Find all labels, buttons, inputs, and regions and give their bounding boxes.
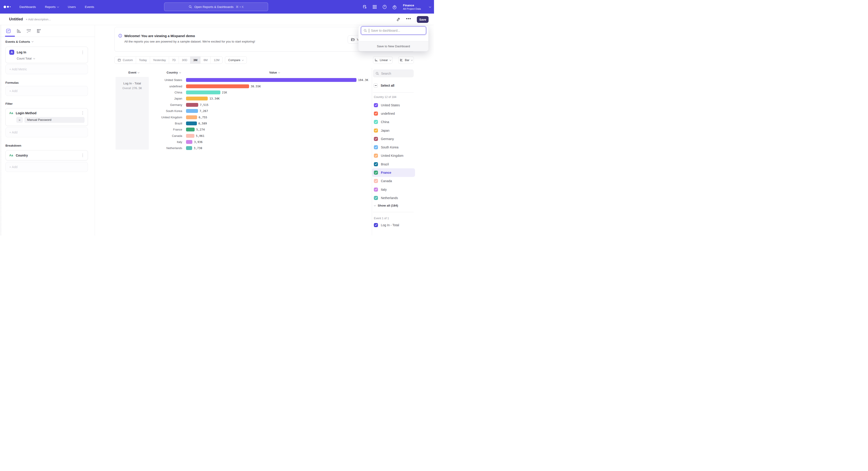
add-breakdown-button[interactable]: + Add xyxy=(5,162,88,172)
add-filter-button[interactable]: + Add xyxy=(5,127,88,137)
date-range-today[interactable]: Today xyxy=(136,57,150,64)
country-option-united-states[interactable]: United States xyxy=(372,101,415,109)
date-range-label: 12M xyxy=(214,58,219,62)
report-title[interactable]: Untitled xyxy=(9,17,23,21)
breakdown-card[interactable]: Aa Country ⋮ xyxy=(5,150,88,160)
copy-link-icon[interactable] xyxy=(396,17,400,22)
add-metric-button[interactable]: + Add Metric xyxy=(5,64,88,74)
tab-retention[interactable] xyxy=(36,29,41,33)
project-chevron-down-icon[interactable] xyxy=(429,5,431,8)
country-option-japan[interactable]: Japan xyxy=(372,126,415,135)
checked-checkbox-icon[interactable] xyxy=(374,171,378,175)
date-range-yesterday[interactable]: Yesterday xyxy=(150,57,169,64)
country-option-france[interactable]: France xyxy=(372,168,415,177)
checked-checkbox-icon[interactable] xyxy=(374,154,378,158)
metric-event-name[interactable]: Log In xyxy=(17,51,26,54)
checked-checkbox-icon[interactable] xyxy=(374,162,378,166)
checked-checkbox-icon[interactable] xyxy=(374,145,378,149)
tab-insights[interactable] xyxy=(6,29,11,33)
compare-button[interactable]: Compare xyxy=(225,56,247,64)
bar-segment[interactable] xyxy=(186,78,356,82)
date-range-label: 7D xyxy=(172,58,176,62)
data-gear-icon[interactable] xyxy=(362,4,367,9)
filter-property-name[interactable]: Login Method xyxy=(16,111,37,115)
save-button[interactable]: Save xyxy=(417,16,429,23)
metric-kebab-icon[interactable]: ⋮ xyxy=(81,51,85,54)
country-option-china[interactable]: China xyxy=(372,118,415,126)
country-option-canada[interactable]: Canada xyxy=(372,177,415,185)
checked-checkbox-icon[interactable] xyxy=(374,179,378,183)
panel-search-input[interactable]: Search xyxy=(373,69,414,77)
event-column-header[interactable]: Event xyxy=(128,71,139,74)
checked-checkbox-icon[interactable] xyxy=(374,137,378,141)
date-range-custom[interactable]: Custom xyxy=(115,57,136,64)
value-column-header[interactable]: Value xyxy=(269,71,280,74)
scale-selector-button[interactable]: Linear xyxy=(373,56,393,64)
country-option-label: Germany xyxy=(381,137,394,141)
date-range-30d[interactable]: 30D xyxy=(179,57,190,64)
filter-operator[interactable]: = xyxy=(16,117,23,123)
event-option-log-in---total[interactable]: Log In - Total xyxy=(372,221,415,229)
tab-funnels[interactable] xyxy=(16,29,21,33)
country-option-netherlands[interactable]: Netherlands xyxy=(372,194,415,202)
breakdown-kebab-icon[interactable]: ⋮ xyxy=(81,153,85,157)
chart-type-button[interactable]: Bar xyxy=(398,56,414,64)
tab-flows[interactable] xyxy=(26,29,31,33)
global-search-input[interactable]: Open Reports & Dashboards ⌘ + K xyxy=(164,2,268,11)
bar-segment[interactable] xyxy=(186,115,197,119)
checked-checkbox-icon[interactable] xyxy=(374,120,378,124)
metric-card[interactable]: A Log In ⋮ Count Total xyxy=(5,47,88,63)
report-description-placeholder[interactable]: + Add description... xyxy=(26,18,51,21)
country-column-header[interactable]: Country xyxy=(166,71,181,74)
apps-grid-icon[interactable] xyxy=(372,4,377,9)
bar-segment[interactable] xyxy=(186,109,198,113)
bar-segment[interactable] xyxy=(186,140,192,144)
metric-aggregation[interactable]: Count Total xyxy=(17,57,85,60)
date-range-12m[interactable]: 12M xyxy=(211,57,222,64)
checked-checkbox-icon[interactable] xyxy=(374,223,378,227)
country-option-germany[interactable]: Germany xyxy=(372,135,415,143)
nav-item-events[interactable]: Events xyxy=(85,5,94,8)
bar-segment[interactable] xyxy=(186,134,194,138)
more-options-icon[interactable]: ••• xyxy=(406,16,411,21)
country-option-brazil[interactable]: Brazil xyxy=(372,160,415,168)
checked-checkbox-icon[interactable] xyxy=(374,187,378,192)
date-range-6m[interactable]: 6M xyxy=(200,57,211,64)
breakdown-property-name[interactable]: Country xyxy=(16,154,28,157)
settings-gear-icon[interactable] xyxy=(392,4,397,9)
checked-checkbox-icon[interactable] xyxy=(374,196,378,200)
select-all-checkbox[interactable]: Select all xyxy=(374,84,395,88)
nav-item-users[interactable]: Users xyxy=(68,5,76,8)
nav-item-reports[interactable]: Reports xyxy=(45,5,59,8)
checked-checkbox-icon[interactable] xyxy=(374,112,378,116)
bar-segment[interactable] xyxy=(186,146,192,150)
country-option-undefined[interactable]: undefined xyxy=(372,109,415,118)
checked-checkbox-icon[interactable] xyxy=(374,128,378,133)
checked-checkbox-icon[interactable] xyxy=(374,103,378,107)
date-range-7d[interactable]: 7D xyxy=(169,57,179,64)
bar-segment[interactable] xyxy=(186,127,195,131)
filter-value[interactable]: Manual Password xyxy=(24,117,85,123)
country-option-south-korea[interactable]: South Korea xyxy=(372,143,415,151)
filter-kebab-icon[interactable]: ⋮ xyxy=(81,111,85,115)
nav-item-dashboards[interactable]: Dashboards xyxy=(20,5,36,8)
save-to-dashboard-input[interactable]: Save to dashboard... xyxy=(361,27,426,35)
mixpanel-logo-icon[interactable] xyxy=(4,6,13,8)
bar-segment[interactable] xyxy=(186,90,220,94)
bar-segment[interactable] xyxy=(186,121,197,125)
bar-segment[interactable] xyxy=(186,97,208,100)
date-range-3m[interactable]: 3M xyxy=(190,57,200,64)
add-formula-button[interactable]: + Add xyxy=(5,86,88,96)
filter-card[interactable]: Aa Login Method ⋮ = Manual Password xyxy=(5,108,88,126)
chart-row-netherlands: Netherlands3,738 xyxy=(149,145,368,151)
country-option-united-kingdom[interactable]: United Kingdom xyxy=(372,152,415,160)
bar-segment[interactable] xyxy=(186,103,198,107)
save-to-new-dashboard-button[interactable]: Save to New Dashboard xyxy=(359,41,428,51)
event-total-cell[interactable]: Log In - Total Overall276.5K xyxy=(116,77,149,150)
events-cohorts-heading[interactable]: Events & Cohorts xyxy=(5,39,88,44)
show-all-toggle[interactable]: Show all (184) xyxy=(374,204,398,207)
help-icon[interactable] xyxy=(382,4,387,9)
country-option-italy[interactable]: Italy xyxy=(372,185,415,194)
bar-segment[interactable] xyxy=(186,84,249,88)
project-switcher[interactable]: Finance All Project Data xyxy=(403,4,421,10)
